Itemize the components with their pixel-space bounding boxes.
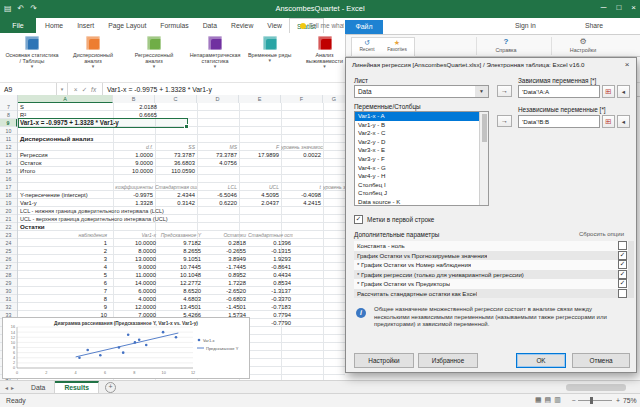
view-mode-icons[interactable]: ▦▤▥ [535, 396, 564, 404]
column-header-d[interactable]: D [197, 95, 239, 103]
sheet-select[interactable]: Data ▼ [354, 85, 489, 98]
row-header[interactable]: 29 [0, 279, 17, 287]
formula-input[interactable]: Var1-x = -0.9975 + 1.3328 * Var1-y [103, 86, 212, 93]
listbox-scrollbar[interactable] [479, 112, 488, 205]
row-header[interactable]: 10 [0, 127, 17, 135]
ribbon-tab-formulas[interactable]: Formulas [153, 18, 195, 33]
dialog-close-icon[interactable]: × [618, 58, 636, 72]
variable-item[interactable]: Var2-x - C [355, 129, 488, 138]
cancel-button[interactable]: Отмена [572, 353, 630, 368]
row-header[interactable]: 17 [0, 183, 17, 191]
file-tab[interactable]: File [0, 18, 36, 33]
favorites-dialog-button[interactable]: Избранное [418, 353, 478, 368]
column-header-f[interactable]: F [281, 95, 323, 103]
row-header[interactable]: 31 [0, 295, 17, 303]
column-header-a[interactable]: A [18, 95, 113, 103]
zoom-level[interactable]: 75% [623, 397, 637, 404]
row-header[interactable]: 18 [0, 191, 17, 199]
ribbon-button[interactable]: Непараметрическая статистика▾ [185, 35, 245, 80]
option-row[interactable]: * График регрессии (только для унивариан… [354, 270, 630, 280]
settings-dialog-button[interactable]: Настройки [354, 353, 414, 368]
variable-item[interactable]: Столбец I [355, 181, 488, 190]
option-checkbox[interactable] [618, 260, 627, 269]
dependent-field[interactable]: 'Data'!A:A [518, 85, 600, 98]
variable-item[interactable]: Var1-x - A [355, 112, 488, 121]
row-header[interactable]: 25 [0, 247, 17, 255]
select-all-corner[interactable] [0, 95, 18, 103]
row-header[interactable]: 30 [0, 287, 17, 295]
variable-item[interactable]: Var2-y - D [355, 138, 488, 147]
share-button[interactable]: Share [585, 18, 603, 33]
option-row[interactable]: Рассчитать стандартные остатки как Excel [354, 289, 630, 299]
new-sheet-button[interactable]: + [105, 382, 116, 393]
option-row[interactable]: График Остатки vs Прогнозируемые значени… [354, 251, 630, 261]
row-header[interactable]: 22 [0, 223, 17, 231]
variable-item[interactable]: Var4-y - H [355, 172, 488, 181]
maximize-button[interactable]: □ [616, 3, 621, 12]
cancel-icon[interactable]: × [74, 86, 78, 93]
variables-listbox[interactable]: Var1-x - AVar1-y - BVar2-x - CVar2-y - D… [354, 111, 489, 206]
ribbon-button[interactable]: Основная статистика / Таблицы▾ [2, 35, 62, 80]
clear-field-icon[interactable]: ◂ [617, 115, 630, 128]
labels-first-row-option[interactable]: Метки в первой строке [354, 215, 434, 224]
zoom-out-button[interactable]: − [572, 397, 576, 404]
labels-checkbox[interactable] [354, 215, 363, 224]
row-header[interactable]: 27 [0, 263, 17, 271]
zoom-in-button[interactable]: + [616, 397, 620, 404]
independent-field[interactable]: 'Data'!B:B [518, 115, 600, 128]
recent-button[interactable]: ↺ Recent [352, 38, 382, 56]
settings-button[interactable]: ⚙ Настройки [558, 37, 608, 53]
row-header[interactable]: 20 [0, 207, 17, 215]
ribbon-tab-insert[interactable]: Insert [70, 18, 101, 33]
row-header[interactable]: 11 [0, 135, 17, 143]
clear-field-icon[interactable]: ◂ [617, 85, 630, 98]
ribbon-button[interactable]: Временные ряды▾ [246, 35, 294, 80]
variable-item[interactable]: Var3-x - E [355, 146, 488, 155]
enter-icon[interactable]: ✓ [82, 86, 87, 94]
scrollbar-thumb[interactable] [482, 114, 487, 142]
column-header-c[interactable]: C [155, 95, 197, 103]
row-header[interactable]: 7 [0, 103, 17, 111]
horizontal-scrollbar[interactable] [566, 384, 626, 391]
ribbon-tab-page-layout[interactable]: Page Layout [101, 18, 153, 33]
row-header[interactable]: 14 [0, 159, 17, 167]
row-header[interactable]: 13 [0, 151, 17, 159]
option-row[interactable]: Константа - ноль [354, 241, 630, 251]
ribbon-tab-view[interactable]: View [260, 18, 289, 33]
minimize-button[interactable]: ─ [601, 3, 607, 12]
row-header[interactable]: 26 [0, 255, 17, 263]
zoom-slider-track[interactable] [578, 400, 612, 401]
ok-button[interactable]: OK [516, 353, 566, 368]
worksheet-grid[interactable]: 7891011121314151617181920212223242526272… [0, 103, 345, 380]
option-row[interactable]: * График Остатки vs Номер наблюдения [354, 260, 630, 270]
option-checkbox[interactable] [618, 241, 627, 250]
variable-item[interactable]: Var4-x - G [355, 164, 488, 173]
row-header[interactable]: 23 [0, 231, 17, 239]
variable-item[interactable]: Data source - K [355, 198, 488, 206]
row-header[interactable]: 16 [0, 175, 17, 183]
option-checkbox[interactable] [618, 289, 627, 298]
column-header-g[interactable]: G [323, 95, 345, 103]
ribbon-tab-data[interactable]: Data [196, 18, 224, 33]
row-header[interactable]: 12 [0, 143, 17, 151]
column-header-b[interactable]: B [113, 95, 155, 103]
fx-icon[interactable]: fx [91, 86, 96, 93]
ribbon-tab-home[interactable]: Home [38, 18, 70, 33]
row-header[interactable]: 28 [0, 271, 17, 279]
ribbon-button[interactable]: Регрессионный анализ▾ [124, 35, 184, 80]
favorites-button[interactable]: ★ Favorites [382, 38, 412, 56]
row-header[interactable]: 8 [0, 111, 17, 119]
variable-item[interactable]: Var3-y - F [355, 155, 488, 164]
options-scrollbar[interactable] [628, 241, 634, 298]
ribbon-button[interactable]: Дисперсионный анализ▾ [63, 35, 123, 80]
ribbon-button[interactable]: Анализ выживаемости▾ [295, 35, 345, 80]
move-to-dependent-button[interactable]: → [497, 85, 512, 97]
scatter-chart[interactable]: Диаграмма рассеивания (Предсказанное Y, … [2, 317, 250, 379]
reset-options-link[interactable]: Сбросить опции [579, 231, 624, 237]
option-checkbox[interactable] [618, 279, 627, 288]
range-select-icon[interactable]: ⊞ [602, 115, 615, 128]
close-button[interactable]: × [631, 3, 636, 12]
row-header[interactable]: 9 [0, 119, 17, 127]
range-select-icon[interactable]: ⊞ [602, 85, 615, 98]
row-header[interactable]: 19 [0, 199, 17, 207]
